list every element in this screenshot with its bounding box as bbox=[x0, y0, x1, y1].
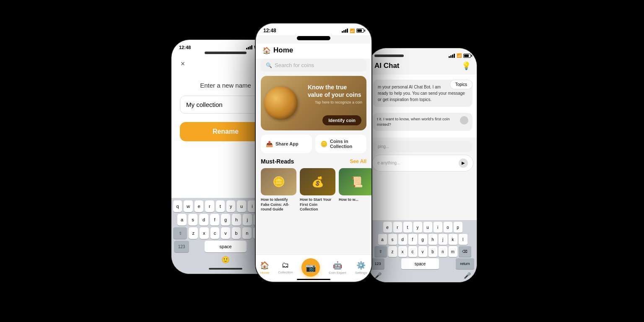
article-title-2: How to Start Your First Coin Collection bbox=[300, 197, 335, 212]
rk-shift[interactable]: ⇧ bbox=[374, 246, 387, 257]
rk-s[interactable]: s bbox=[388, 234, 397, 245]
nav-coin-expert[interactable]: 🤖 Coin Expert bbox=[329, 261, 346, 275]
bulb-icon: 💡 bbox=[462, 61, 471, 70]
send-button[interactable]: ▶ bbox=[459, 158, 468, 168]
rk-g[interactable]: g bbox=[418, 234, 427, 245]
chat-header: AI Chat 💡 bbox=[369, 59, 477, 75]
key-s[interactable]: s bbox=[188, 214, 197, 226]
key-v[interactable]: v bbox=[221, 227, 230, 239]
hero-text: Know the true value of your coins Tap he… bbox=[308, 83, 362, 104]
key-g[interactable]: g bbox=[221, 214, 230, 226]
share-icon: 📤 bbox=[266, 140, 273, 147]
article-card-2[interactable]: 💰 How to Start Your First Coin Collectio… bbox=[300, 168, 335, 212]
rk-o[interactable]: o bbox=[444, 222, 452, 233]
hero-subtitle: Tap here to recognize a coin bbox=[308, 100, 362, 104]
coins-collection-card[interactable]: 🪙 Coins in Collection bbox=[315, 135, 366, 153]
rk-l[interactable]: l bbox=[459, 234, 467, 245]
dynamic-island bbox=[297, 36, 330, 40]
key-n[interactable]: n bbox=[242, 227, 252, 239]
rk-z[interactable]: z bbox=[388, 246, 397, 257]
key-j[interactable]: j bbox=[243, 214, 252, 226]
typing-indicator: ping... bbox=[373, 141, 473, 152]
close-button[interactable]: × bbox=[177, 57, 189, 70]
rk-123[interactable]: 123 bbox=[371, 258, 384, 269]
identify-coin-button[interactable]: Identify coin bbox=[322, 115, 361, 125]
rk-v[interactable]: v bbox=[418, 246, 427, 257]
key-c[interactable]: c bbox=[210, 227, 220, 239]
hero-banner[interactable]: Know the true value of your coins Tap he… bbox=[261, 76, 366, 130]
key-h[interactable]: h bbox=[232, 214, 241, 226]
rk-i[interactable]: i bbox=[434, 222, 442, 233]
bottom-nav: 🏠 Home 🗂 Collection 📷 🤖 Coin Expert ⚙️ S… bbox=[256, 254, 371, 282]
rk-h[interactable]: h bbox=[428, 234, 437, 245]
key-y[interactable]: y bbox=[226, 200, 235, 212]
rk-a[interactable]: a bbox=[378, 234, 387, 245]
article-image-3: 📜 bbox=[339, 168, 371, 195]
rk-d[interactable]: d bbox=[398, 234, 407, 245]
rk-x[interactable]: x bbox=[398, 246, 407, 257]
rk-f[interactable]: f bbox=[408, 234, 417, 245]
key-w[interactable]: w bbox=[184, 200, 192, 212]
home-indicator-center bbox=[297, 279, 330, 280]
search-icon: 🔍 bbox=[266, 62, 272, 68]
key-u[interactable]: u bbox=[237, 200, 246, 212]
rename-label: Enter a new name bbox=[200, 82, 251, 89]
key-q[interactable]: q bbox=[173, 200, 182, 212]
key-e[interactable]: e bbox=[195, 200, 203, 212]
key-t[interactable]: t bbox=[216, 200, 225, 212]
phones-container: 12:48 WiFi × Enter a new name Rename q bbox=[175, 14, 469, 308]
key-d[interactable]: d bbox=[199, 214, 208, 226]
coins-icon: 🪙 bbox=[320, 140, 327, 147]
key-b[interactable]: b bbox=[232, 227, 241, 239]
rk-e[interactable]: e bbox=[383, 222, 392, 233]
rk-t[interactable]: t bbox=[403, 222, 412, 233]
nav-collection[interactable]: 🗂 Collection bbox=[278, 261, 293, 274]
see-all-link[interactable]: See All bbox=[350, 158, 366, 164]
chat-input-area[interactable]: e anything... ▶ bbox=[372, 155, 473, 171]
rk-m[interactable]: m bbox=[449, 246, 457, 257]
key-a[interactable]: a bbox=[177, 214, 187, 226]
articles-row: 🪙 How to Identify Fake Coins: All-round … bbox=[256, 168, 371, 212]
coins-collection-label: Coins in Collection bbox=[330, 139, 361, 149]
rk-u[interactable]: u bbox=[423, 222, 432, 233]
rk-p[interactable]: p bbox=[454, 222, 462, 233]
article-card-3[interactable]: 📜 How to w... bbox=[339, 168, 371, 212]
key-space[interactable]: space bbox=[205, 241, 247, 252]
rk-b[interactable]: b bbox=[428, 246, 437, 257]
left-pill-notch bbox=[205, 52, 247, 54]
nav-camera-button[interactable]: 📷 bbox=[301, 258, 320, 277]
article-card-1[interactable]: 🪙 How to Identify Fake Coins: All-round … bbox=[261, 168, 296, 212]
topics-button[interactable]: Topics bbox=[450, 80, 473, 89]
rk-k[interactable]: k bbox=[449, 234, 457, 245]
home-title: Home bbox=[273, 46, 293, 55]
search-bar[interactable]: 🔍 Search for coins bbox=[261, 59, 366, 72]
key-123[interactable]: 123 bbox=[174, 241, 189, 252]
share-app-label: Share App bbox=[275, 141, 299, 146]
article-image-2: 💰 bbox=[300, 168, 335, 195]
nav-home[interactable]: 🏠 Home bbox=[260, 261, 269, 275]
rk-n[interactable]: n bbox=[439, 246, 447, 257]
must-reads-title: Must-Reads bbox=[261, 158, 294, 165]
key-r[interactable]: r bbox=[205, 200, 214, 212]
rk-c[interactable]: c bbox=[408, 246, 417, 257]
rk-j[interactable]: j bbox=[439, 234, 447, 245]
rk-r[interactable]: r bbox=[393, 222, 402, 233]
article-title-1: How to Identify Fake Coins: All-round Gu… bbox=[261, 197, 296, 212]
user-message: t it. I want to know, when world's first… bbox=[373, 113, 473, 131]
rk-delete[interactable]: ⌫ bbox=[459, 246, 471, 257]
share-app-card[interactable]: 📤 Share App bbox=[261, 135, 312, 153]
home-header: 🏠 Home bbox=[256, 44, 371, 59]
key-f[interactable]: f bbox=[210, 214, 219, 226]
hero-title: Know the true value of your coins bbox=[308, 83, 362, 99]
search-placeholder: Search for coins bbox=[275, 62, 314, 68]
left-time: 12:48 bbox=[179, 45, 191, 50]
rk-return[interactable]: return bbox=[456, 258, 474, 269]
key-shift[interactable]: ⇧ bbox=[173, 227, 187, 239]
key-z[interactable]: z bbox=[189, 227, 198, 239]
nav-settings[interactable]: ⚙️ Settings bbox=[355, 261, 367, 275]
key-x[interactable]: x bbox=[200, 227, 209, 239]
hero-coin-image bbox=[264, 86, 298, 120]
nav-settings-label: Settings bbox=[355, 271, 367, 275]
rk-y[interactable]: y bbox=[413, 222, 422, 233]
rk-space[interactable]: space bbox=[401, 258, 439, 269]
